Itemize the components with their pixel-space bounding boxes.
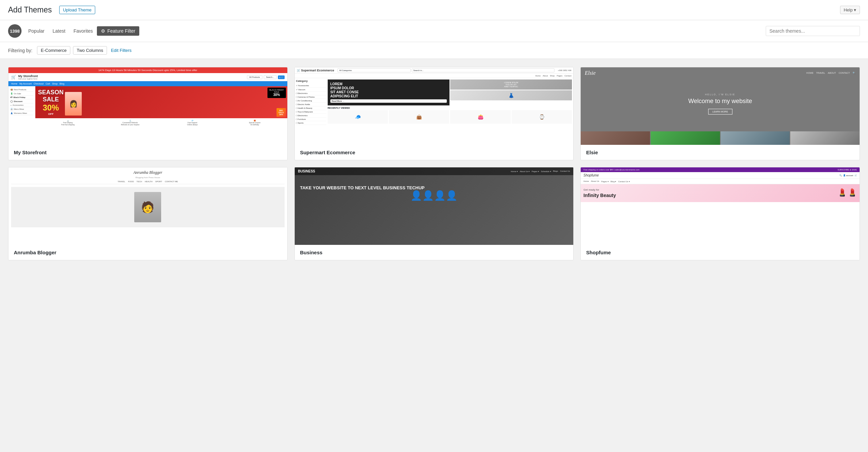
sm-logo: 🛒 Supermart Ecommerce [297, 69, 334, 72]
el-learn-more-button[interactable]: LEARN MORE [708, 109, 733, 114]
upload-theme-button[interactable]: Upload Theme [59, 6, 95, 14]
product-2: 👜 [389, 110, 449, 123]
gallery-item-1 [581, 131, 650, 145]
tab-latest[interactable]: Latest [49, 26, 69, 36]
theme-name-elsie: Elsie [581, 145, 860, 160]
ms-nav: Home My Account Checkout Cart Shop Blog [8, 81, 287, 86]
ms-body: 📦 New Products 💲 On Sale 🏷 Black Friday … [8, 86, 287, 127]
tab-popular[interactable]: Popular [24, 26, 49, 36]
filter-tag-twocolumns: Two Columns [73, 46, 107, 55]
sm-recent-label: RECENTLY VIEWED [328, 107, 572, 109]
ms-sale-banner: SEASON SALE 30% OFF 👩 BLACK FRIDAYSALE30… [35, 86, 287, 118]
cart-icon: 🛒 [11, 75, 16, 80]
sf-nav: Home About Us Pages ▾ Blog ▾ Contact Us … [581, 179, 860, 184]
theme-preview-elsie: Elsie HOME TRAVEL ABOUT CONTACT 🔍 HELLO,… [581, 67, 860, 145]
theme-preview-shopfume: Free shipping on orders over $80 | sales… [581, 167, 860, 245]
theme-preview-supermart: 🛒 Supermart Ecommerce All Categories Sea… [295, 67, 574, 145]
ms-footer-icons: 🚲Free ShipingFree fast shipping ⚓Conveni… [35, 118, 287, 127]
an-hero: 🧑 [11, 187, 285, 227]
theme-preview-anrumba: Anrumha Blogger Blogging from Press Hous… [8, 167, 287, 245]
sm-hero-main: LOREMIPSUM DOLORSIT AMET CONSEADIPISCING… [328, 80, 450, 106]
an-nav: TRAVEL FOOD TECH HEALTH SPORT CONTACT ME [11, 180, 285, 184]
ms-main: SEASON SALE 30% OFF 👩 BLACK FRIDAYSALE30… [35, 86, 287, 127]
theme-card-business[interactable]: BUSINESS Home ▾ About Us ▾ Pages ▾ Sched… [294, 167, 574, 260]
sf-hero-label: Get ready for [583, 188, 616, 191]
el-nav: Elsie HOME TRAVEL ABOUT CONTACT 🔍 [581, 67, 860, 79]
sm-body: Category ✓ Accessories ✓ Vaccum □ Electr… [295, 78, 574, 126]
sm-nav: Home About Shop Pages Contact [295, 74, 574, 78]
ms-nav-top: 🛒 My Storefront Add your tagline here Al… [8, 73, 287, 81]
ms-promo-bar: 1474 Days 13 Hours 58 Minutes 50 Seconds… [8, 67, 287, 73]
el-title: Welcome to my website [688, 98, 752, 105]
gallery-item-3 [721, 131, 790, 145]
an-logo: Anrumha Blogger [11, 170, 285, 175]
sm-hero-right: LOREM IPSUMDOLOR SITAMET ADIPISC 👗 [450, 80, 572, 106]
theme-name-shopfume: Shopfume [581, 245, 860, 260]
ms-big-sale: BIGSALE30% [277, 108, 286, 117]
sm-top-bar: 🛒 Supermart Ecommerce All Categories Sea… [295, 67, 574, 74]
theme-name-business: Business [295, 245, 574, 260]
el-hero: HELLO, I'M ELSIE Welcome to my website L… [581, 79, 860, 129]
sm-hero: LOREMIPSUM DOLORSIT AMET CONSEADIPISCING… [328, 80, 572, 106]
tab-feature-filter[interactable]: Feature Filter [97, 26, 139, 36]
tab-favorites[interactable]: Favorites [69, 26, 97, 36]
ms-sidebar: 📦 New Products 💲 On Sale 🏷 Black Friday … [8, 86, 35, 127]
el-gallery [581, 131, 860, 145]
themes-grid: 1474 Days 13 Hours 58 Minutes 50 Seconds… [0, 59, 868, 269]
biz-people-area: 👤 👤 👤 👤 [295, 167, 574, 201]
ms-tagline: Add your tagline here [18, 78, 38, 80]
gallery-item-4 [790, 131, 860, 145]
cart-icon-sm: 🛒 [297, 69, 301, 72]
sf-header: Shopfume 🔍 👤 account 🛒 [581, 172, 860, 179]
theme-card-anrumba[interactable]: Anrumha Blogger Blogging from Press Hous… [8, 167, 288, 260]
theme-card-supermart[interactable]: 🛒 Supermart Ecommerce All Categories Sea… [294, 67, 574, 160]
theme-preview-business: BUSINESS Home ▾ About Us ▾ Pages ▾ Sched… [295, 167, 574, 245]
search-input[interactable] [766, 26, 860, 36]
edit-filters-link[interactable]: Edit Filters [111, 48, 131, 53]
nav-tabs: 1398 Popular Latest Favorites Feature Fi… [8, 24, 139, 38]
page-header: Add Themes Upload Theme Help ▾ [0, 0, 868, 20]
sm-content: LOREMIPSUM DOLORSIT AMET CONSEADIPISCING… [328, 80, 572, 125]
theme-card-my-storefront[interactable]: 1474 Days 13 Hours 58 Minutes 50 Seconds… [8, 67, 288, 160]
product-1: 🧢 [328, 110, 388, 123]
theme-name-anrumba: Anrumba Blogger [8, 245, 287, 260]
theme-card-shopfume[interactable]: Free shipping on orders over $80 | sales… [580, 167, 860, 260]
gallery-item-2 [651, 131, 720, 145]
filter-tag-ecommerce: E-Commerce [37, 46, 70, 55]
help-button[interactable]: Help ▾ [840, 6, 860, 14]
beauty-products-icons: 💄 💄 [838, 188, 857, 197]
biz-content: BUSINESS Home ▾ About Us ▾ Pages ▾ Sched… [295, 167, 574, 201]
el-logo: Elsie [585, 70, 595, 76]
filter-bar: Filtering by: E-Commerce Two Columns Edi… [0, 42, 868, 59]
woman-img: 👩 [69, 100, 78, 108]
product-4: ⌚ [512, 110, 572, 123]
gear-icon [101, 28, 105, 34]
sf-hero-title: Infinity Beauty [583, 193, 616, 198]
theme-name-my-storefront: My Storefront [8, 145, 287, 160]
theme-card-elsie[interactable]: Elsie HOME TRAVEL ABOUT CONTACT 🔍 HELLO,… [580, 67, 860, 160]
sf-hero: Get ready for Infinity Beauty 💄 💄 [581, 184, 860, 202]
sf-logo: Shopfume [583, 173, 599, 177]
theme-nav: 1398 Popular Latest Favorites Feature Fi… [0, 20, 868, 42]
an-hero-image: 🧑 [134, 192, 161, 222]
product-3: 👛 [450, 110, 510, 123]
header-left: Add Themes Upload Theme [8, 5, 95, 15]
an-tagline: Blogging from Press House [11, 176, 285, 178]
sm-categories: Category ✓ Accessories ✓ Vaccum □ Electr… [296, 80, 326, 125]
page-title: Add Themes [8, 5, 52, 15]
sf-top-bar: Free shipping on orders over $80 | sales… [581, 167, 860, 172]
theme-name-supermart: Supermart Ecommerce [295, 145, 574, 160]
el-tagline: HELLO, I'M ELSIE [705, 93, 736, 96]
theme-preview-my-storefront: 1474 Days 13 Hours 58 Minutes 50 Seconds… [8, 67, 287, 145]
ms-store-name: My Storefront [18, 75, 38, 78]
filter-label: Filtering by: [8, 48, 32, 53]
theme-count-badge: 1398 [8, 24, 22, 38]
el-nav-links: HOME TRAVEL ABOUT CONTACT 🔍 [806, 72, 856, 75]
ms-bf-banner: BLACK FRIDAYSALE30% [268, 88, 286, 98]
sm-products: 🧢 👜 👛 ⌚ [328, 110, 572, 123]
